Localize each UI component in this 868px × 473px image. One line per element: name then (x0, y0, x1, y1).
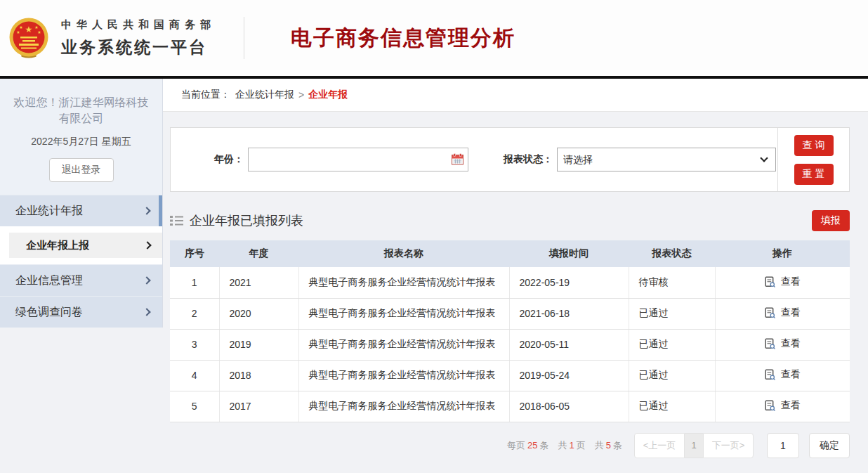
welcome-message: 欢迎您！浙江建华网络科技有限公司 (6, 94, 157, 127)
cell-year: 2017 (219, 391, 298, 422)
fill-report-button[interactable]: 填报 (812, 210, 850, 231)
year-label: 年份： (171, 153, 244, 166)
cell-report-name: 典型电子商务服务企业经营情况统计年报表 (298, 329, 509, 360)
cell-no: 2 (170, 298, 219, 329)
search-buttons: 查 询 重 置 (778, 128, 849, 191)
breadcrumb-current: 企业年报 (308, 89, 348, 101)
table-row: 1 2021 典型电子商务服务企业经营情况统计年报表 2022-05-19 待审… (170, 267, 850, 298)
table-row: 4 2018 典型电子商务服务企业经营情况统计年报表 2019-05-24 已通… (170, 360, 850, 391)
year-input-wrap (248, 148, 468, 171)
page-prev-button[interactable]: <上一页 (634, 433, 685, 458)
content-area: 当前位置： 企业统计年报 > 企业年报 年份： (163, 79, 868, 473)
calendar-icon[interactable] (452, 153, 463, 165)
view-link-label: 查看 (781, 368, 801, 381)
chevron-right-icon (143, 207, 150, 215)
cell-status: 待审核 (629, 267, 715, 298)
list-icon (170, 215, 183, 226)
status-label: 报表状态： (504, 153, 553, 166)
document-search-icon (765, 338, 776, 349)
col-header-action: 操作 (715, 240, 850, 267)
per-page-label: 每页 (507, 439, 525, 452)
document-search-icon (765, 369, 776, 380)
reset-button[interactable]: 重 置 (794, 164, 834, 185)
sidebar-item-enterprise-info[interactable]: 企业信息管理 (0, 264, 162, 296)
page-jump-input[interactable] (767, 433, 799, 458)
view-link[interactable]: 查看 (765, 368, 801, 381)
items-unit: 条 (540, 439, 549, 452)
view-link-label: 查看 (781, 399, 801, 412)
query-button[interactable]: 查 询 (794, 135, 834, 156)
header-divider (244, 17, 244, 59)
view-link[interactable]: 查看 (765, 306, 801, 319)
per-page-value: 25 (527, 440, 537, 451)
table-row: 5 2017 典型电子商务服务企业经营情况统计年报表 2018-06-05 已通… (170, 391, 850, 422)
sidebar: 欢迎您！浙江建华网络科技有限公司 2022年5月27日 星期五 退出登录 企业统… (0, 79, 163, 473)
sidebar-subitem-label: 企业年报上报 (26, 239, 89, 252)
view-link[interactable]: 查看 (765, 276, 801, 288)
sidebar-item-enterprise-annual-report[interactable]: 企业统计年报 (0, 195, 162, 226)
svg-text:★: ★ (19, 25, 22, 30)
page-button-group: <上一页 1 下一页> (634, 433, 754, 458)
breadcrumb-parent-link[interactable]: 企业统计年报 (235, 89, 294, 101)
cell-no: 3 (170, 329, 219, 360)
main-layout: 欢迎您！浙江建华网络科技有限公司 2022年5月27日 星期五 退出登录 企业统… (0, 79, 868, 473)
col-header-no: 序号 (170, 240, 219, 267)
status-select-wrap: 请选择 (557, 148, 776, 171)
table-row: 2 2020 典型电子商务服务企业经营情况统计年报表 2021-06-18 已通… (170, 298, 850, 329)
view-link[interactable]: 查看 (765, 337, 801, 350)
welcome-card: 欢迎您！浙江建华网络科技有限公司 2022年5月27日 星期五 退出登录 (0, 79, 163, 195)
brand-block: ★ ★ ★ ★ ★ 中华人民共和国商务部 业务系统统一平台 (0, 18, 216, 58)
col-header-year: 年度 (219, 240, 298, 267)
page-title: 电子商务信息管理分析 (291, 24, 515, 53)
chevron-right-icon (143, 277, 150, 285)
breadcrumb: 当前位置： 企业统计年报 > 企业年报 (163, 79, 868, 112)
cell-status: 已通过 (629, 329, 715, 360)
list-title: 企业年报已填报列表 (190, 212, 303, 229)
list-section: 企业年报已填报列表 填报 序号 年度 报表名称 填报时间 (170, 210, 850, 460)
sidebar-subitem-annual-report-submit[interactable]: 企业年报上报 (9, 233, 162, 258)
page-current[interactable]: 1 (685, 433, 703, 458)
cell-fill-time: 2018-06-05 (509, 391, 629, 422)
total-value: 5 (606, 440, 611, 451)
cell-action: 查看 (715, 267, 850, 298)
cell-year: 2018 (219, 360, 298, 391)
logout-button[interactable]: 退出登录 (49, 158, 114, 182)
cell-status: 已通过 (629, 391, 715, 422)
cell-action: 查看 (715, 360, 850, 391)
cell-action: 查看 (715, 329, 850, 360)
document-search-icon (765, 307, 776, 318)
document-search-icon (765, 400, 776, 411)
chevron-right-icon (143, 242, 151, 250)
view-link-label: 查看 (781, 276, 801, 288)
chevron-right-icon (143, 309, 150, 316)
cell-status: 已通过 (629, 360, 715, 391)
view-link[interactable]: 查看 (765, 399, 801, 412)
page-next-button[interactable]: 下一页> (703, 433, 754, 458)
sidebar-item-green-survey[interactable]: 绿色调查问卷 (0, 296, 162, 328)
table-header-row: 序号 年度 报表名称 填报时间 报表状态 操作 (170, 240, 850, 267)
cell-no: 1 (170, 267, 219, 298)
search-panel: 年份： (170, 127, 850, 192)
ministry-name: 中华人民共和国商务部 (61, 18, 216, 32)
cell-no: 4 (170, 360, 219, 391)
annual-report-table: 序号 年度 报表名称 填报时间 报表状态 操作 1 2021 典型电子商务服务企… (170, 240, 850, 422)
status-select[interactable]: 请选择 (557, 148, 776, 171)
pages-value: 1 (570, 440, 574, 451)
sidebar-item-label: 企业信息管理 (15, 273, 83, 288)
cell-year: 2021 (219, 267, 298, 298)
breadcrumb-separator: > (298, 89, 304, 101)
cell-year: 2019 (219, 329, 298, 360)
app-header: ★ ★ ★ ★ ★ 中华人民共和国商务部 业务系统统一平台 电子商务信息管理分析 (0, 0, 868, 76)
current-date: 2022年5月27日 星期五 (6, 136, 157, 148)
year-input[interactable] (248, 148, 468, 171)
cell-report-name: 典型电子商务服务企业经营情况统计年报表 (298, 391, 509, 422)
cell-report-name: 典型电子商务服务企业经营情况统计年报表 (298, 360, 509, 391)
table-body: 1 2021 典型电子商务服务企业经营情况统计年报表 2022-05-19 待审… (170, 267, 850, 422)
svg-text:★: ★ (25, 25, 33, 34)
pagination: 每页 25 条 共 1 页 共 5 条 <上一页 1 下一页> 确定 (170, 432, 850, 460)
pages-unit: 页 (577, 439, 586, 452)
table-row: 3 2019 典型电子商务服务企业经营情况统计年报表 2020-05-11 已通… (170, 329, 850, 360)
sidebar-menu: 企业统计年报 企业年报上报 企业信息管理 绿色调查问卷 (0, 195, 163, 328)
page-confirm-button[interactable]: 确定 (809, 433, 850, 458)
national-emblem-icon: ★ ★ ★ ★ ★ (9, 18, 48, 58)
